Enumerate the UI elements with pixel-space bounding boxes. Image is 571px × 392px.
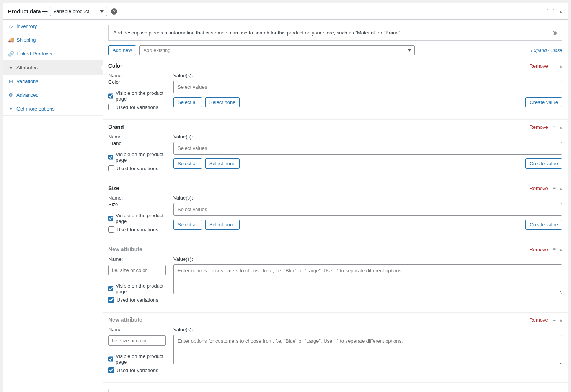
used-variations-checkbox[interactable]: [108, 165, 114, 171]
values-select[interactable]: [173, 142, 562, 155]
attribute-body: Name: Brand Visible on the product page …: [103, 134, 568, 181]
sidebar-item-label: Variations: [16, 78, 38, 84]
collapse-icon[interactable]: ▴: [560, 246, 562, 252]
sidebar-item-inventory[interactable]: ◇ Inventory: [3, 20, 103, 33]
visible-checkbox[interactable]: [108, 356, 113, 362]
attribute-name-text: Size: [108, 202, 166, 207]
remove-attribute-link[interactable]: Remove: [529, 247, 548, 252]
attribute-name-input[interactable]: [108, 265, 166, 275]
create-value-button[interactable]: Create value: [525, 158, 562, 169]
visible-checkbox[interactable]: [108, 215, 113, 221]
select-none-button[interactable]: Select none: [205, 158, 240, 169]
attribute-header[interactable]: Size Remove ≡ ▴: [103, 181, 568, 195]
collapse-icon[interactable]: ▴: [560, 185, 562, 191]
sidebar-item-shipping[interactable]: 🚚 Shipping: [3, 33, 103, 47]
used-variations-checkbox-row[interactable]: Used for variations: [108, 165, 166, 171]
create-value-button[interactable]: Create value: [525, 220, 562, 230]
drag-handle-icon[interactable]: ≡: [553, 185, 556, 191]
attribute-header[interactable]: New attribute Remove ≡ ▴: [103, 242, 568, 256]
collapse-icon[interactable]: ▴: [560, 63, 562, 69]
name-label: Name:: [108, 327, 166, 332]
collapse-icon[interactable]: ▴: [560, 317, 562, 323]
visible-checkbox[interactable]: [108, 286, 113, 292]
attribute-title: Size: [108, 185, 119, 191]
panel-title: Product data —: [8, 8, 47, 15]
attribute-name-text: Color: [108, 79, 166, 85]
visible-checkbox-row[interactable]: Visible on the product page: [108, 353, 166, 365]
remove-attribute-link[interactable]: Remove: [529, 317, 548, 323]
sidebar-item-attributes[interactable]: ≡ Attributes: [3, 61, 103, 75]
drag-handle-icon[interactable]: ≡: [553, 246, 556, 252]
values-select[interactable]: [173, 203, 562, 216]
notice-text: Add descriptive pieces of information th…: [113, 30, 402, 36]
drag-handle-icon[interactable]: ≡: [553, 124, 556, 130]
visible-checkbox-row[interactable]: Visible on the product page: [108, 283, 166, 294]
attribute-body: Name: Visible on the product page Used f…: [103, 256, 568, 312]
gear-icon: ⚙: [8, 92, 13, 98]
used-variations-checkbox[interactable]: [108, 367, 114, 373]
shipping-icon: 🚚: [8, 37, 13, 43]
product-data-panel: Product data — Variable product ? ˄ ˅ ▴ …: [3, 3, 568, 392]
chevron-up-icon[interactable]: ˄: [546, 8, 550, 14]
values-select[interactable]: [173, 81, 562, 93]
used-variations-checkbox-row[interactable]: Used for variations: [108, 226, 166, 233]
drag-handle-icon[interactable]: ≡: [553, 317, 556, 323]
used-variations-checkbox-row[interactable]: Used for variations: [108, 104, 166, 110]
values-textarea[interactable]: [173, 335, 562, 364]
used-variations-checkbox-row[interactable]: Used for variations: [108, 297, 166, 303]
select-all-button[interactable]: Select all: [173, 158, 202, 169]
remove-attribute-link[interactable]: Remove: [529, 185, 548, 191]
sidebar-item-variations[interactable]: ⊞ Variations: [3, 75, 103, 88]
info-notice: Add descriptive pieces of information th…: [108, 25, 562, 41]
used-variations-checkbox-row[interactable]: Used for variations: [108, 367, 166, 373]
attribute-title: Brand: [108, 124, 124, 130]
used-variations-checkbox[interactable]: [108, 297, 114, 303]
product-type-select[interactable]: Variable product: [50, 7, 107, 16]
sidebar-item-advanced[interactable]: ⚙ Advanced: [3, 88, 103, 102]
sidebar-item-label: Inventory: [16, 23, 37, 29]
sidebar-item-label: Shipping: [16, 37, 36, 43]
used-variations-checkbox[interactable]: [108, 226, 114, 233]
attribute-name-input[interactable]: [108, 335, 166, 346]
dismiss-notice-icon[interactable]: ⊗: [552, 29, 557, 36]
save-attributes-button[interactable]: Save attributes: [108, 389, 150, 392]
expand-close-link[interactable]: Expand / Close: [531, 48, 562, 53]
create-value-button[interactable]: Create value: [525, 97, 562, 107]
select-none-button[interactable]: Select none: [205, 97, 240, 107]
attribute-name-text: Brand: [108, 140, 166, 146]
drag-handle-icon[interactable]: ≡: [553, 63, 556, 69]
toggle-triangle-icon[interactable]: ▴: [559, 8, 563, 14]
link-icon: 🔗: [8, 51, 13, 57]
attributes-footer: Save attributes Expand / Close: [103, 383, 568, 392]
visible-checkbox[interactable]: [108, 93, 113, 99]
values-textarea[interactable]: [173, 264, 562, 294]
attribute-header[interactable]: Brand Remove ≡ ▴: [103, 120, 568, 134]
attribute-row: Size Remove ≡ ▴ Name: Size Visible on th…: [103, 181, 568, 242]
attribute-header[interactable]: Color Remove ≡ ▴: [103, 59, 568, 73]
variations-icon: ⊞: [8, 78, 13, 84]
sidebar-item-get-more-options[interactable]: ✦ Get more options: [3, 102, 103, 116]
visible-checkbox[interactable]: [108, 154, 113, 160]
attributes-toolbar: Add new Add existing Expand / Close: [108, 45, 562, 55]
attribute-title: New attribute: [108, 317, 142, 323]
visible-checkbox-row[interactable]: Visible on the product page: [108, 151, 166, 163]
attribute-title: Color: [108, 63, 122, 69]
attribute-header[interactable]: New attribute Remove ≡ ▴: [103, 313, 568, 327]
chevron-down-icon[interactable]: ˅: [552, 8, 556, 14]
used-variations-checkbox[interactable]: [108, 104, 114, 110]
add-existing-select[interactable]: Add existing: [139, 45, 415, 55]
select-none-button[interactable]: Select none: [205, 220, 240, 230]
remove-attribute-link[interactable]: Remove: [529, 63, 548, 69]
sidebar-item-linked-products[interactable]: 🔗 Linked Products: [3, 47, 103, 61]
visible-checkbox-row[interactable]: Visible on the product page: [108, 213, 166, 224]
collapse-icon[interactable]: ▴: [560, 124, 562, 130]
visible-checkbox-row[interactable]: Visible on the product page: [108, 90, 166, 102]
select-all-button[interactable]: Select all: [173, 220, 202, 230]
attribute-body: Name: Visible on the product page Used f…: [103, 327, 568, 383]
attribute-row: Color Remove ≡ ▴ Name: Color Visible on …: [103, 59, 568, 120]
remove-attribute-link[interactable]: Remove: [529, 124, 548, 130]
select-all-button[interactable]: Select all: [173, 97, 202, 107]
add-new-button[interactable]: Add new: [108, 45, 136, 55]
attribute-row: Brand Remove ≡ ▴ Name: Brand Visible on …: [103, 120, 568, 181]
help-icon[interactable]: ?: [111, 8, 117, 15]
